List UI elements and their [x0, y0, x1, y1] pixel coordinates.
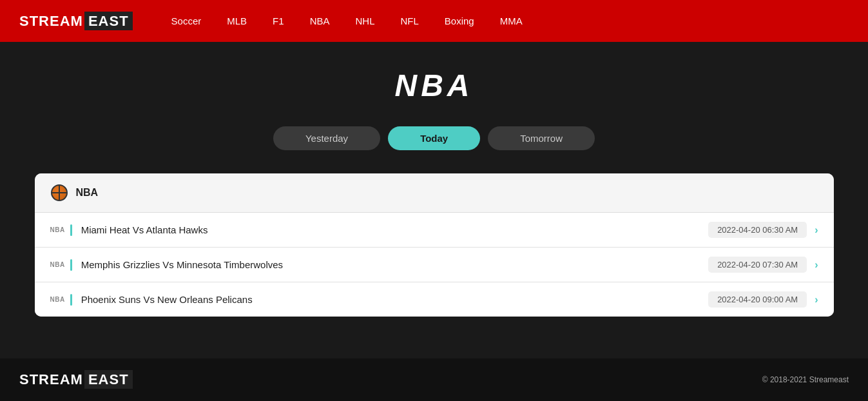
- tab-yesterday[interactable]: Yesterday: [273, 126, 380, 150]
- main-content: NBA Yesterday Today Tomorrow NBA NBA Mia…: [0, 42, 868, 355]
- league-icon: [50, 184, 68, 202]
- league-name: NBA: [76, 187, 99, 199]
- footer-logo[interactable]: STREAMEAST: [19, 371, 133, 388]
- nav-mma[interactable]: MMA: [500, 15, 523, 26]
- game-title: Miami Heat Vs Atlanta Hawks: [81, 224, 708, 235]
- logo-stream: STREAM: [19, 13, 83, 29]
- game-time: 2022-04-20 09:00 AM: [708, 291, 807, 308]
- tab-today[interactable]: Today: [388, 126, 480, 150]
- game-row[interactable]: NBA Miami Heat Vs Atlanta Hawks 2022-04-…: [35, 213, 834, 248]
- footer-logo-stream: STREAM: [19, 371, 83, 387]
- footer-copyright: © 2018-2021 Streameast: [762, 375, 849, 384]
- date-tab-group: Yesterday Today Tomorrow: [273, 126, 595, 150]
- game-divider: [70, 259, 72, 271]
- logo[interactable]: STREAMEAST: [19, 13, 133, 30]
- nav-nhl[interactable]: NHL: [355, 15, 374, 26]
- nav-soccer[interactable]: Soccer: [171, 15, 202, 26]
- league-header: NBA: [35, 173, 834, 213]
- game-badge: NBA: [50, 226, 65, 233]
- game-title: Memphis Grizzlies Vs Minnesota Timberwol…: [81, 259, 708, 270]
- nav-nfl[interactable]: NFL: [400, 15, 418, 26]
- game-row[interactable]: NBA Phoenix Suns Vs New Orleans Pelicans…: [35, 282, 834, 317]
- games-card: NBA NBA Miami Heat Vs Atlanta Hawks 2022…: [35, 173, 834, 317]
- game-badge: NBA: [50, 261, 65, 268]
- site-header: STREAMEAST Soccer MLB F1 NBA NHL NFL Box…: [0, 0, 868, 42]
- game-time: 2022-04-20 07:30 AM: [708, 257, 807, 273]
- nav-mlb[interactable]: MLB: [227, 15, 247, 26]
- logo-east: EAST: [84, 12, 133, 30]
- page-title: NBA: [395, 68, 474, 103]
- nba-ball-icon: [51, 184, 68, 201]
- footer-logo-east: EAST: [84, 370, 133, 389]
- game-row[interactable]: NBA Memphis Grizzlies Vs Minnesota Timbe…: [35, 248, 834, 282]
- game-divider: [70, 224, 72, 236]
- chevron-right-icon: ›: [815, 259, 818, 271]
- main-nav: Soccer MLB F1 NBA NHL NFL Boxing MMA: [171, 15, 523, 26]
- chevron-right-icon: ›: [815, 294, 818, 306]
- game-title: Phoenix Suns Vs New Orleans Pelicans: [81, 294, 708, 305]
- chevron-right-icon: ›: [815, 224, 818, 236]
- tab-tomorrow[interactable]: Tomorrow: [488, 126, 595, 150]
- game-badge: NBA: [50, 296, 65, 303]
- site-footer: STREAMEAST © 2018-2021 Streameast: [0, 358, 868, 401]
- nav-f1[interactable]: F1: [273, 15, 284, 26]
- nav-nba[interactable]: NBA: [310, 15, 330, 26]
- game-time: 2022-04-20 06:30 AM: [708, 222, 807, 238]
- game-divider: [70, 294, 72, 306]
- nav-boxing[interactable]: Boxing: [445, 15, 474, 26]
